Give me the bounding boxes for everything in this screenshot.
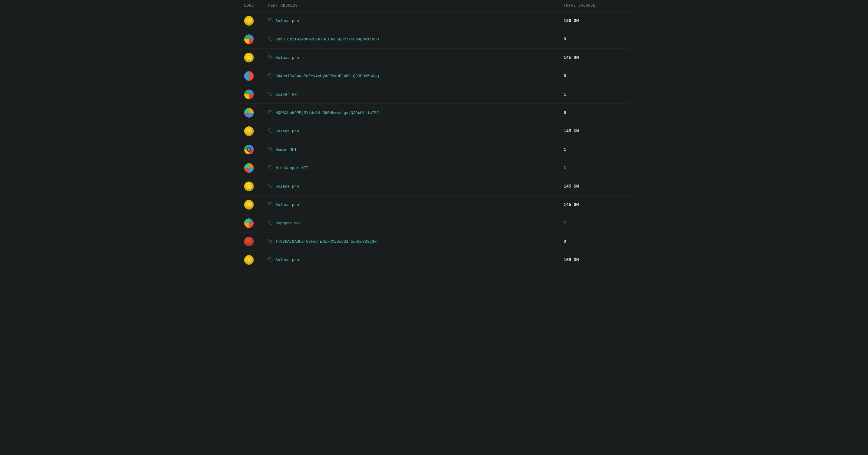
balance-cell: 145 GM — [564, 55, 624, 60]
balance-cell: 1 — [564, 221, 624, 225]
mint-cell: MiniKopper NFT — [268, 165, 564, 171]
mint-address-text: MiniKopper NFT — [276, 166, 308, 170]
mint-address-text: Homer NFT — [276, 147, 297, 152]
balance-cell: 1 — [564, 147, 624, 152]
mint-address-text: poppper NFT — [276, 221, 301, 225]
mint-cell: 2NnGTDz2iwi4Dm42U9u7BEsBPCGQUR7x6SM4QNv1… — [268, 36, 564, 42]
svg-rect-18 — [270, 204, 272, 206]
logo-cell — [244, 237, 268, 246]
mint-address-text: Solana pro — [276, 19, 299, 23]
logo-cell: 🪙 — [244, 126, 268, 136]
copy-icon[interactable] — [268, 36, 273, 42]
table-row: 84AexiRW3WWzPKZYvAvUyhPR9moDJ462jQG9FUV5… — [238, 67, 630, 85]
table-row: Homer NFT1 — [238, 141, 630, 159]
logo-cell — [244, 108, 268, 118]
logo-col-header: LOGO — [244, 4, 268, 8]
table-row: poppper NFT1 — [238, 214, 630, 233]
mint-address-text: Solana pro — [276, 129, 299, 133]
copy-icon[interactable] — [268, 73, 273, 79]
svg-rect-16 — [270, 167, 272, 169]
balance-cell: 145 GM — [564, 202, 624, 207]
copy-icon[interactable] — [268, 220, 273, 226]
svg-rect-0 — [270, 20, 272, 22]
svg-rect-21 — [270, 240, 272, 243]
svg-point-13 — [247, 148, 250, 151]
mint-cell: HQ88XhwH9PEjSYidmS4rG9GHbwbz4gytQJDx6tii… — [268, 110, 564, 116]
table-row: Silver NFT1 — [238, 85, 630, 104]
table-row: 🪙 Solana pro145 GM — [238, 122, 630, 141]
table-row: fm92RAz8AShXT98FeCTmNzkRXZSsCU1rbqmtcYdS… — [238, 233, 630, 251]
copy-icon[interactable] — [268, 165, 273, 171]
mint-cell: Silver NFT — [268, 92, 564, 97]
logo-cell — [244, 145, 268, 154]
copy-icon[interactable] — [268, 18, 273, 24]
logo-cell — [244, 163, 268, 173]
mint-cell: poppper NFT — [268, 220, 564, 226]
mint-address-text: HQ88XhwH9PEjSYidmS4rG9GHbwbz4gytQJDx6tii… — [276, 111, 379, 115]
mint-address-text: 84AexiRW3WWzPKZYvAvUyhPR9moDJ462jQG9FUV5… — [276, 74, 379, 79]
balance-cell: 1 — [564, 92, 624, 97]
svg-rect-2 — [270, 38, 272, 40]
mint-address-text: Solana pro — [276, 258, 299, 262]
logo-cell — [244, 90, 268, 99]
svg-rect-3 — [270, 56, 272, 59]
balance-col-header: TOTAL BALANCE — [564, 4, 624, 8]
svg-rect-7 — [270, 93, 272, 96]
svg-rect-14 — [270, 148, 272, 151]
table-row: 2NnGTDz2iwi4Dm42U9u7BEsBPCGQUR7x6SM4QNv1… — [238, 30, 630, 49]
mint-cell: Solana pro — [268, 257, 564, 263]
svg-rect-17 — [270, 185, 272, 187]
svg-rect-22 — [270, 259, 272, 261]
copy-icon[interactable] — [268, 92, 273, 97]
table-body: 🪙 Solana pro156 GM 2NnGTDz2iwi4Dm42U9u7B… — [238, 12, 630, 269]
mint-cell: Solana pro — [268, 55, 564, 60]
mint-cell: fm92RAz8AShXT98FeCTmNzkRXZSsCU1rbqmtcYdS… — [268, 239, 564, 244]
mint-cell: 84AexiRW3WWzPKZYvAvUyhPR9moDJ462jQG9FUV5… — [268, 73, 564, 79]
logo-cell — [244, 71, 268, 81]
copy-icon[interactable] — [268, 239, 273, 244]
balance-cell: 145 GM — [564, 184, 624, 189]
mint-address-text: fm92RAz8AShXT98FeCTmNzkRXZSsCU1rbqmtcYdS… — [276, 239, 376, 244]
mint-cell: Solana pro — [268, 184, 564, 189]
balance-cell: 156 GM — [564, 19, 624, 23]
copy-icon[interactable] — [268, 184, 273, 189]
table-row: MiniKopper NFT1 — [238, 159, 630, 177]
table-row: 🪙 Solana pro156 GM — [238, 12, 630, 30]
copy-icon[interactable] — [268, 110, 273, 116]
table-row: 🪙 Solana pro145 GM — [238, 177, 630, 196]
svg-rect-10 — [270, 130, 272, 132]
mint-address-text: 2NnGTDz2iwi4Dm42U9u7BEsBPCGQUR7x6SM4QNv1… — [276, 37, 379, 41]
balance-cell: 159 GM — [564, 257, 624, 262]
mint-cell: Solana pro — [268, 128, 564, 134]
mint-address-text: Solana pro — [276, 203, 299, 207]
mint-cell: Homer NFT — [268, 147, 564, 152]
mint-address-text: Solana pro — [276, 56, 299, 60]
svg-rect-20 — [270, 222, 272, 224]
table-row: 🪙 Solana pro145 GM — [238, 49, 630, 67]
mint-cell: Solana pro — [268, 202, 564, 208]
balance-cell: 1 — [564, 165, 624, 170]
logo-cell: 🪙 — [244, 200, 268, 210]
svg-rect-5 — [270, 75, 272, 77]
table-row: HQ88XhwH9PEjSYidmS4rG9GHbwbz4gytQJDx6tii… — [238, 104, 630, 122]
logo-cell: 🪙 — [244, 53, 268, 62]
balance-cell: 0 — [564, 73, 624, 79]
copy-icon[interactable] — [268, 128, 273, 134]
mint-col-header: MINT ADDRESS — [268, 4, 564, 8]
svg-rect-9 — [270, 112, 272, 114]
mint-cell: Solana pro — [268, 18, 564, 24]
logo-cell: 🪙 — [244, 255, 268, 265]
copy-icon[interactable] — [268, 202, 273, 208]
logo-cell: 🪙 — [244, 182, 268, 191]
copy-icon[interactable] — [268, 55, 273, 60]
balance-cell: 0 — [564, 37, 624, 41]
table-row: 🪙 Solana pro159 GM — [238, 251, 630, 269]
copy-icon[interactable] — [268, 147, 273, 152]
mint-address-text: Solana pro — [276, 184, 299, 189]
table-row: 🪙 Solana pro145 GM — [238, 196, 630, 214]
mint-address-text: Silver NFT — [276, 92, 299, 97]
balance-cell: 145 GM — [564, 129, 624, 133]
balance-cell: 0 — [564, 239, 624, 244]
copy-icon[interactable] — [268, 257, 273, 263]
logo-cell — [244, 34, 268, 44]
